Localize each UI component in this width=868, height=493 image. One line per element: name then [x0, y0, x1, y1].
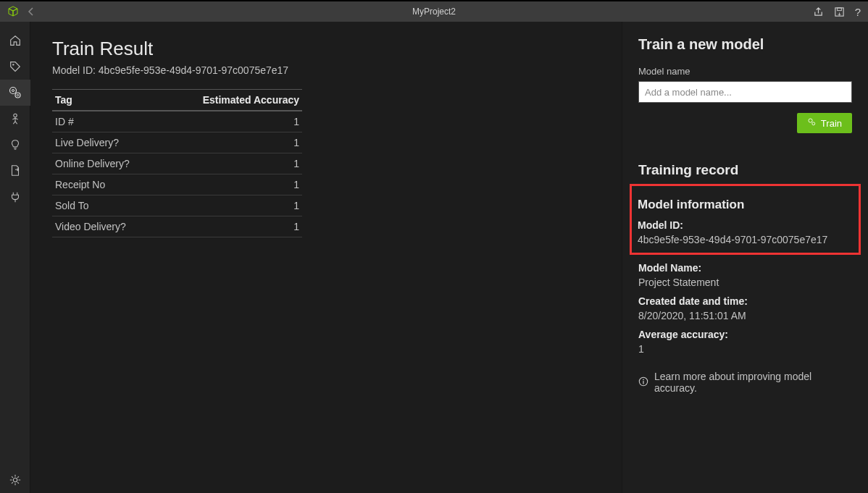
person-icon — [9, 112, 22, 125]
sidebar-item-train[interactable] — [0, 80, 30, 106]
svg-point-10 — [812, 122, 815, 125]
table-row: Live Delivery?1 — [52, 132, 302, 153]
plug-icon — [9, 190, 22, 203]
table-row: ID #1 — [52, 111, 302, 132]
table-row: Video Delivery?1 — [52, 216, 302, 237]
sidebar-item-predict[interactable] — [0, 132, 30, 158]
table-row: Receipt No1 — [52, 174, 302, 195]
model-id-line: Model ID: 4bc9e5fe-953e-49d4-9701-97c007… — [52, 64, 600, 76]
svg-point-7 — [13, 114, 17, 117]
result-table: Tag Estimated Accuracy ID #1 Live Delive… — [52, 89, 302, 237]
sidebar-item-connect[interactable] — [0, 184, 30, 210]
model-name-label: Model name — [638, 66, 852, 77]
created-value: 8/20/2020, 11:51:01 AM — [638, 310, 852, 321]
svg-rect-13 — [643, 381, 643, 384]
home-icon — [9, 34, 22, 47]
settings-icon — [9, 473, 22, 486]
main-content: Train Result Model ID: 4bc9e5fe-953e-49d… — [30, 22, 622, 493]
model-name-input[interactable] — [638, 81, 852, 103]
lightbulb-icon — [9, 138, 22, 151]
tag-icon — [9, 60, 22, 73]
train-button[interactable]: Train — [797, 113, 852, 133]
document-export-icon — [9, 164, 22, 177]
model-id-value: 4bc9e5fe-953e-49d4-9701-97c0075e7e17 — [638, 234, 853, 245]
sidebar-item-compose[interactable] — [0, 106, 30, 132]
svg-point-12 — [643, 379, 644, 380]
svg-point-8 — [13, 478, 17, 481]
window-title: MyProject2 — [0, 7, 868, 17]
table-row: Sold To1 — [52, 195, 302, 216]
model-id-label: Model ID: — [638, 219, 853, 231]
sidebar-item-export-doc[interactable] — [0, 158, 30, 184]
model-info-heading: Model information — [638, 198, 853, 212]
svg-point-2 — [12, 64, 14, 65]
avg-accuracy-label: Average accuracy: — [638, 329, 852, 340]
back-icon[interactable] — [26, 7, 36, 17]
model-name-value: Project Statement — [638, 277, 852, 288]
gears-icon — [807, 117, 817, 129]
train-new-model-heading: Train a new model — [638, 36, 852, 53]
svg-point-4 — [12, 90, 14, 92]
learn-more-link[interactable]: Learn more about improving model accurac… — [638, 371, 852, 394]
learn-more-text: Learn more about improving model accurac… — [654, 371, 852, 394]
title-bar: MyProject2 ? — [0, 0, 868, 22]
col-accuracy: Estimated Accuracy — [162, 90, 302, 111]
gears-icon — [8, 85, 22, 100]
sidebar-item-tags[interactable] — [0, 54, 30, 80]
col-tag: Tag — [52, 90, 162, 111]
train-button-label: Train — [821, 118, 842, 129]
svg-point-3 — [9, 88, 16, 94]
avg-accuracy-value: 1 — [638, 343, 852, 355]
sidebar-item-settings[interactable] — [0, 467, 30, 493]
right-panel: Train a new model Model name Train Train… — [622, 22, 868, 493]
model-name-label2: Model Name: — [638, 262, 852, 274]
help-icon[interactable]: ? — [855, 6, 861, 18]
share-icon[interactable] — [813, 7, 824, 17]
info-icon — [638, 376, 648, 389]
sidebar — [0, 22, 30, 493]
svg-point-9 — [809, 119, 812, 122]
page-title: Train Result — [52, 38, 600, 60]
save-icon[interactable] — [834, 7, 845, 17]
sidebar-item-home[interactable] — [0, 28, 30, 54]
model-info-highlight: Model information Model ID: 4bc9e5fe-953… — [630, 184, 861, 255]
created-label: Created date and time: — [638, 295, 852, 307]
training-record-heading: Training record — [638, 162, 852, 178]
svg-point-6 — [17, 94, 18, 96]
svg-point-5 — [15, 93, 20, 98]
table-row: Online Delivery?1 — [52, 153, 302, 174]
app-logo-icon — [7, 6, 19, 17]
